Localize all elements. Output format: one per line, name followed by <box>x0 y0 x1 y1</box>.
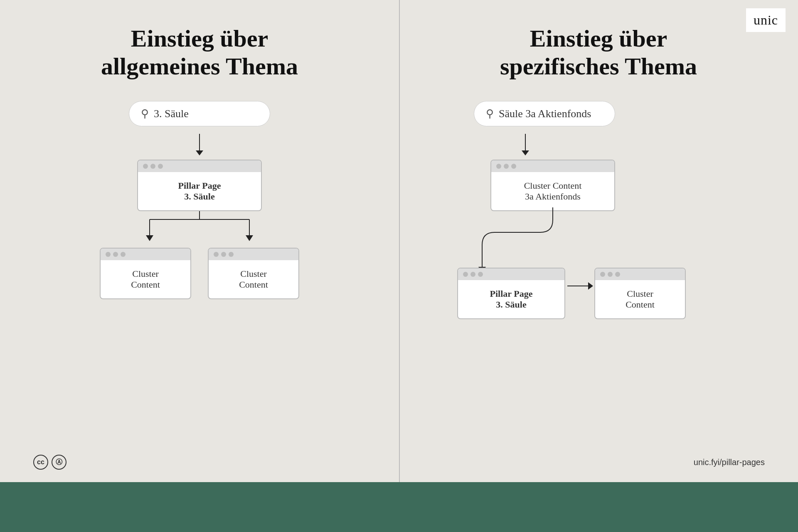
left-pillar-line1: Pillar Page <box>178 180 221 191</box>
left-pillar-titlebar <box>138 160 261 172</box>
left-cluster-2-titlebar <box>209 249 298 260</box>
svg-marker-5 <box>246 235 253 241</box>
left-cluster-row: ClusterContent ClusterContent <box>100 248 299 299</box>
left-panel-title: Einstieg über allgemeines Thema <box>101 25 298 80</box>
left-cluster-1-window: ClusterContent <box>100 248 191 299</box>
right-arrow-1 <box>522 134 529 155</box>
left-pillar-page-window: Pillar Page 3. Säule <box>137 160 262 211</box>
left-cluster-1-content: ClusterContent <box>101 260 190 298</box>
attribution-icon: Ⓐ <box>52 455 66 470</box>
right-panel: Einstieg über spezifisches Thema ⚲ Säule… <box>399 0 798 482</box>
right-pillar-content: Pillar Page 3. Säule <box>458 280 564 318</box>
fork-arrows <box>96 211 303 244</box>
left-search-bar[interactable]: ⚲ 3. Säule <box>129 101 270 126</box>
right-pillar-line1: Pillar Page <box>490 288 533 299</box>
left-arrow-1 <box>196 134 203 155</box>
right-title-line2: spezifisches Thema <box>500 53 697 80</box>
right-cluster-right-window: ClusterContent <box>594 268 686 319</box>
right-diagram: ⚲ Säule 3a Aktienfonds <box>432 101 765 293</box>
left-search-text: 3. Säule <box>154 108 189 120</box>
cc-icon: cc <box>33 455 48 470</box>
left-panel: Einstieg über allgemeines Thema ⚲ 3. Säu… <box>0 0 399 482</box>
right-search-bar[interactable]: ⚲ Säule 3a Aktienfonds <box>474 101 615 126</box>
right-search-icon: ⚲ <box>486 107 494 120</box>
svg-marker-3 <box>146 235 153 241</box>
dot3 <box>158 164 163 169</box>
right-title-line1: Einstieg über <box>530 25 667 52</box>
right-pillar-line2: 3. Säule <box>496 299 526 310</box>
right-middle-area: Cluster Content 3a Aktienfonds <box>457 160 707 293</box>
left-title-line1: Einstieg über <box>131 25 268 52</box>
left-cluster-1-titlebar <box>101 249 190 260</box>
credits-area: cc Ⓐ unic.fyi/pillar-pages <box>0 455 798 470</box>
logo-text: unic <box>754 12 778 27</box>
right-panel-title: Einstieg über spezifisches Thema <box>500 25 697 80</box>
left-cluster-2-content: ClusterContent <box>209 260 298 298</box>
left-diagram: ⚲ 3. Säule Pillar Page 3. Säule <box>33 101 366 299</box>
left-cluster-2-window: ClusterContent <box>208 248 299 299</box>
cc-icons: cc Ⓐ <box>33 455 66 470</box>
url-text: unic.fyi/pillar-pages <box>694 458 765 467</box>
right-pillar-page-window: Pillar Page 3. Säule <box>457 268 565 319</box>
unic-logo: unic <box>746 8 786 32</box>
search-icon: ⚲ <box>141 107 149 120</box>
left-pillar-line2: 3. Säule <box>184 191 214 202</box>
right-search-text: Säule 3a Aktienfonds <box>499 108 591 120</box>
right-cluster-right-content: ClusterContent <box>595 280 685 318</box>
fork-svg <box>96 211 303 244</box>
left-pillar-content: Pillar Page 3. Säule <box>138 172 261 210</box>
dot1 <box>143 164 148 169</box>
dot2 <box>150 164 155 169</box>
left-title-line2: allgemeines Thema <box>101 53 298 80</box>
horizontal-arrow <box>567 282 593 290</box>
footer-bar <box>0 482 798 532</box>
